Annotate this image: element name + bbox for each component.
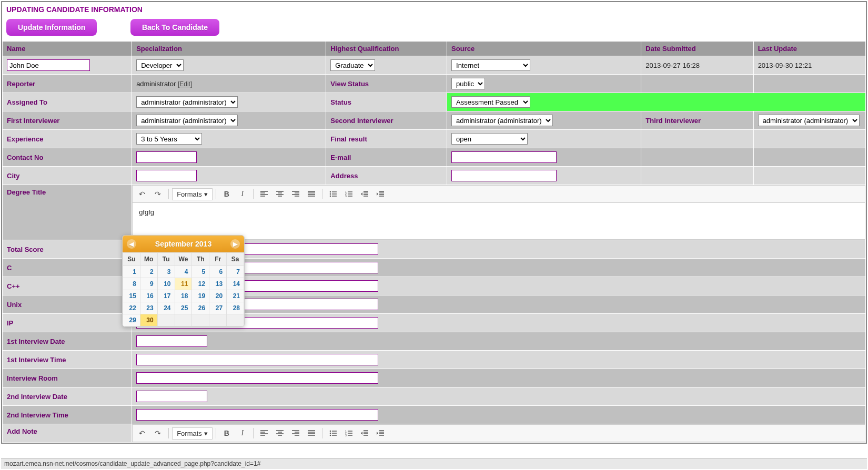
calendar-day[interactable]: 23 bbox=[140, 302, 157, 314]
calendar-day[interactable]: 3 bbox=[157, 266, 175, 278]
third-interviewer-select[interactable]: administrator (administrator) bbox=[758, 115, 860, 126]
calendar-day[interactable]: 2 bbox=[140, 266, 157, 278]
contact-no-input[interactable] bbox=[136, 151, 197, 163]
final-result-select[interactable]: open bbox=[451, 133, 528, 145]
formats-dropdown[interactable]: Formats ▾ bbox=[172, 427, 213, 440]
calendar-dow: Mo bbox=[140, 253, 157, 266]
email-input[interactable] bbox=[451, 151, 557, 163]
calendar-day[interactable]: 8 bbox=[123, 278, 140, 290]
calendar-next-icon[interactable]: ▶ bbox=[230, 239, 240, 249]
align-left-icon[interactable] bbox=[257, 426, 271, 440]
source-select[interactable]: Internet bbox=[451, 59, 530, 71]
align-right-icon[interactable] bbox=[288, 187, 303, 201]
back-to-candidate-button[interactable]: Back To Candidate bbox=[130, 19, 219, 36]
calendar-day[interactable]: 29 bbox=[123, 314, 140, 326]
int1-time-input[interactable] bbox=[136, 354, 378, 365]
header-date-submitted: Date Submitted bbox=[641, 42, 753, 56]
align-left-icon[interactable] bbox=[257, 187, 271, 201]
calendar-day[interactable]: 16 bbox=[140, 290, 157, 302]
assigned-to-select[interactable]: administrator (administrator) bbox=[136, 96, 238, 108]
header-source: Source bbox=[447, 42, 641, 56]
bold-icon[interactable]: B bbox=[219, 187, 234, 201]
align-justify-icon[interactable] bbox=[304, 426, 319, 440]
label-third-interviewer: Third Interviewer bbox=[641, 111, 753, 130]
redo-icon[interactable]: ↷ bbox=[150, 187, 165, 201]
int2-date-input[interactable] bbox=[136, 391, 207, 402]
svg-point-1 bbox=[330, 193, 331, 195]
calendar-day[interactable]: 7 bbox=[227, 266, 244, 278]
undo-icon[interactable]: ↶ bbox=[135, 426, 149, 440]
interview-room-input[interactable] bbox=[136, 372, 378, 384]
second-interviewer-select[interactable]: administrator (administrator) bbox=[451, 115, 553, 126]
italic-icon[interactable]: I bbox=[235, 187, 250, 201]
update-information-button[interactable]: Update Information bbox=[6, 19, 97, 36]
calendar-day[interactable]: 5 bbox=[192, 266, 209, 278]
highest-qualification-select[interactable]: Graduate bbox=[330, 59, 375, 71]
calendar-day[interactable]: 18 bbox=[175, 290, 192, 302]
calendar-dow: Th bbox=[192, 253, 209, 266]
view-status-select[interactable]: public bbox=[451, 78, 485, 89]
label-contact-no: Contact No bbox=[3, 148, 132, 167]
calendar-day[interactable]: 22 bbox=[123, 302, 140, 314]
calendar-day[interactable]: 14 bbox=[227, 278, 244, 290]
calendar-day[interactable]: 15 bbox=[123, 290, 140, 302]
calendar-day[interactable]: 17 bbox=[157, 290, 175, 302]
calendar-day[interactable]: 1 bbox=[123, 266, 140, 278]
caret-down-icon: ▾ bbox=[204, 190, 208, 198]
last-update-value: 2013-09-30 12:21 bbox=[753, 56, 865, 75]
calendar-day[interactable]: 21 bbox=[227, 290, 244, 302]
int2-time-input[interactable] bbox=[136, 409, 378, 421]
calendar-day[interactable]: 26 bbox=[192, 302, 209, 314]
specialization-select[interactable]: Developer bbox=[136, 59, 184, 71]
indent-icon[interactable] bbox=[373, 426, 388, 440]
outdent-icon[interactable] bbox=[357, 187, 372, 201]
label-address: Address bbox=[326, 167, 447, 185]
bullet-list-icon[interactable] bbox=[326, 426, 340, 440]
redo-icon[interactable]: ↷ bbox=[150, 426, 165, 440]
address-input[interactable] bbox=[451, 170, 557, 181]
calendar-day[interactable]: 20 bbox=[209, 290, 227, 302]
label-assigned-to: Assigned To bbox=[3, 93, 132, 111]
calendar-day[interactable]: 24 bbox=[157, 302, 175, 314]
status-select[interactable]: Assessment Passed bbox=[451, 96, 530, 108]
calendar-day[interactable]: 9 bbox=[140, 278, 157, 290]
calendar-day[interactable]: 4 bbox=[175, 266, 192, 278]
calendar-day[interactable]: 6 bbox=[209, 266, 227, 278]
calendar-day[interactable]: 11 bbox=[175, 278, 192, 290]
label-first-interviewer: First Interviewer bbox=[3, 111, 132, 130]
svg-point-6 bbox=[330, 431, 331, 432]
header-name: Name bbox=[3, 42, 132, 56]
calendar-day[interactable]: 12 bbox=[192, 278, 209, 290]
formats-dropdown[interactable]: Formats ▾ bbox=[172, 188, 213, 200]
calendar-day[interactable]: 30 bbox=[140, 314, 157, 326]
number-list-icon[interactable]: 123 bbox=[341, 187, 356, 201]
align-center-icon[interactable] bbox=[272, 187, 287, 201]
label-degree-title: Degree Title bbox=[3, 185, 132, 240]
align-justify-icon[interactable] bbox=[304, 187, 319, 201]
calendar-day[interactable]: 27 bbox=[209, 302, 227, 314]
city-input[interactable] bbox=[136, 170, 197, 181]
indent-icon[interactable] bbox=[373, 187, 388, 201]
bold-icon[interactable]: B bbox=[219, 426, 234, 440]
calendar-day[interactable]: 28 bbox=[227, 302, 244, 314]
italic-icon[interactable]: I bbox=[235, 426, 250, 440]
outdent-icon[interactable] bbox=[357, 426, 372, 440]
label-c: C bbox=[3, 259, 132, 277]
experience-select[interactable]: 3 to 5 Years bbox=[136, 133, 202, 145]
calendar-prev-icon[interactable]: ◀ bbox=[127, 239, 136, 249]
calendar-day[interactable]: 10 bbox=[157, 278, 175, 290]
align-right-icon[interactable] bbox=[288, 426, 303, 440]
calendar-day[interactable]: 19 bbox=[192, 290, 209, 302]
undo-icon[interactable]: ↶ bbox=[135, 187, 149, 201]
int1-date-input[interactable] bbox=[136, 335, 207, 347]
first-interviewer-select[interactable]: administrator (administrator) bbox=[136, 115, 238, 126]
number-list-icon[interactable]: 123 bbox=[341, 426, 356, 440]
reporter-edit-link[interactable]: [Edit] bbox=[178, 80, 192, 88]
header-highest-qualification: Highest Qualification bbox=[326, 42, 447, 56]
degree-title-editor[interactable]: gfgfg bbox=[132, 203, 865, 240]
name-input[interactable] bbox=[7, 59, 90, 71]
bullet-list-icon[interactable] bbox=[326, 187, 340, 201]
align-center-icon[interactable] bbox=[272, 426, 287, 440]
calendar-day[interactable]: 25 bbox=[175, 302, 192, 314]
calendar-day[interactable]: 13 bbox=[209, 278, 227, 290]
